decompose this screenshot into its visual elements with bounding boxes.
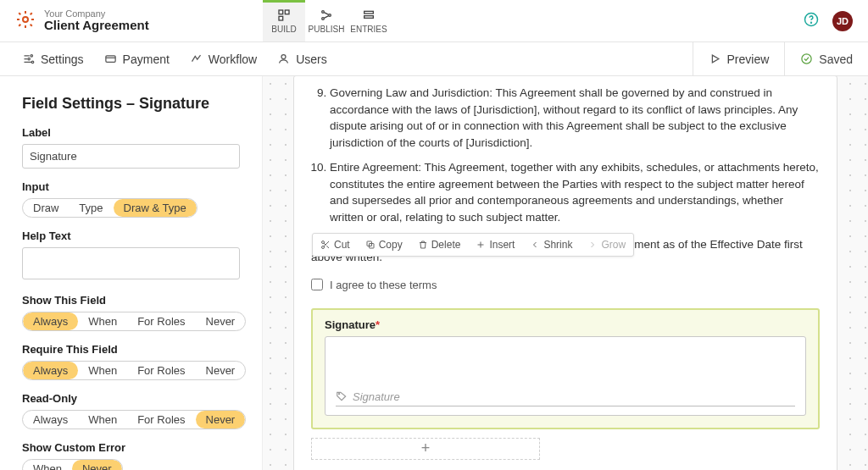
tab-entries[interactable]: ENTRIES <box>348 0 390 41</box>
svg-rect-7 <box>364 11 374 14</box>
readonly-group: Always When For Roles Never <box>22 410 246 429</box>
help-icon[interactable] <box>804 12 819 30</box>
input-mode-drawtype[interactable]: Draw & Type <box>114 199 197 217</box>
requirefield-forroles[interactable]: For Roles <box>127 362 195 379</box>
svg-point-5 <box>329 14 331 16</box>
form-card: Governing Law and Jurisdiction: This Agr… <box>293 76 837 470</box>
sliders-icon <box>22 53 35 65</box>
svg-rect-1 <box>279 10 283 14</box>
clause-9: Governing Law and Jurisdiction: This Agr… <box>330 85 820 151</box>
helptext-input[interactable] <box>22 247 240 279</box>
play-icon <box>709 53 721 65</box>
requirefield-when[interactable]: When <box>78 362 127 379</box>
readonly-when[interactable]: When <box>78 411 127 429</box>
requirefield-heading: Require This Field <box>22 343 240 356</box>
tag-icon <box>336 390 348 402</box>
check-circle-icon <box>800 53 813 65</box>
signature-placeholder: Signature <box>353 390 400 403</box>
tab-entries-label: ENTRIES <box>350 25 387 34</box>
readonly-always[interactable]: Always <box>23 411 78 429</box>
toolbar-copy[interactable]: Copy <box>358 234 410 256</box>
workflow-icon <box>190 53 203 65</box>
label-input[interactable] <box>22 144 240 169</box>
tab-build-label: BUILD <box>271 25 296 34</box>
svg-point-17 <box>322 241 325 244</box>
plus-icon: + <box>421 440 431 457</box>
second-bar: Settings Payment Workflow Users Preview … <box>0 42 868 76</box>
form-canvas: Cut Copy Delete Insert Shrink Grow Gover… <box>263 76 868 470</box>
user-avatar[interactable]: JD <box>832 11 853 31</box>
svg-point-11 <box>31 55 33 58</box>
showfield-forroles[interactable]: For Roles <box>127 312 195 330</box>
showfield-always[interactable]: Always <box>23 312 78 330</box>
toolbar-insert[interactable]: Insert <box>468 234 522 256</box>
tab-build[interactable]: BUILD <box>263 0 305 41</box>
nav-workflow[interactable]: Workflow <box>180 42 267 75</box>
logo-gear-icon <box>15 9 36 33</box>
svg-point-4 <box>322 10 325 13</box>
toolbar-delete[interactable]: Delete <box>410 234 469 256</box>
showfield-never[interactable]: Never <box>196 312 246 330</box>
agree-checkbox[interactable] <box>311 279 323 290</box>
trash-icon <box>418 240 428 250</box>
customerror-heading: Show Custom Error <box>22 441 240 454</box>
add-field-slot[interactable]: + <box>311 438 540 460</box>
svg-rect-3 <box>279 16 283 20</box>
toolbar-grow: Grow <box>580 234 633 256</box>
panel-title: Field Settings – Signature <box>22 95 240 113</box>
svg-point-13 <box>31 61 34 64</box>
input-mode-type[interactable]: Type <box>69 199 113 217</box>
customerror-when[interactable]: When <box>23 460 72 470</box>
signature-name-row[interactable]: Signature <box>336 390 795 406</box>
tab-publish[interactable]: PUBLISH <box>305 0 348 41</box>
input-mode-group: Draw Type Draw & Type <box>22 198 198 218</box>
nav-settings[interactable]: Settings <box>12 42 94 75</box>
field-toolbar: Cut Copy Delete Insert Shrink Grow <box>312 233 634 257</box>
requirefield-group: Always When For Roles Never <box>22 361 246 380</box>
saved-status: Saved <box>784 42 868 75</box>
clause-list: Governing Law and Jurisdiction: This Agr… <box>311 85 820 226</box>
form-title: Client Agreement <box>44 19 149 33</box>
svg-rect-14 <box>105 56 114 63</box>
signature-label: Signature* <box>325 318 806 331</box>
requirefield-always[interactable]: Always <box>23 362 78 379</box>
toolbar-shrink[interactable]: Shrink <box>522 234 580 256</box>
svg-point-6 <box>322 17 325 19</box>
arrow-right-icon <box>587 240 598 250</box>
nav-users[interactable]: Users <box>267 42 337 75</box>
arrow-left-icon <box>530 240 540 250</box>
requirefield-never[interactable]: Never <box>196 362 246 379</box>
svg-point-10 <box>811 22 812 23</box>
tab-publish-label: PUBLISH <box>309 25 345 34</box>
showfield-when[interactable]: When <box>78 312 127 330</box>
customerror-group: When Never <box>22 459 123 470</box>
preview-button[interactable]: Preview <box>693 42 785 75</box>
agree-checkbox-row[interactable]: I agree to these terms <box>311 279 820 291</box>
customerror-never[interactable]: Never <box>72 460 122 470</box>
nav-payment[interactable]: Payment <box>94 42 180 75</box>
helptext-heading: Help Text <box>22 229 240 242</box>
showfield-heading: Show This Field <box>22 294 240 307</box>
input-mode-draw[interactable]: Draw <box>23 199 69 217</box>
top-bar: Your Company Client Agreement BUILD PUBL… <box>0 0 868 42</box>
brand: Your Company Client Agreement <box>0 0 263 41</box>
signature-pad[interactable]: Signature <box>325 336 806 416</box>
plus-icon <box>476 240 486 250</box>
svg-point-18 <box>322 246 325 249</box>
label-heading: Label <box>22 126 240 139</box>
field-settings-panel: Field Settings – Signature Label Input D… <box>0 76 263 470</box>
scissors-icon <box>320 240 331 250</box>
copy-icon <box>365 240 376 250</box>
svg-point-21 <box>339 394 340 395</box>
readonly-forroles[interactable]: For Roles <box>127 411 195 429</box>
primary-tabs: BUILD PUBLISH ENTRIES <box>263 0 390 41</box>
svg-point-15 <box>281 55 286 59</box>
readonly-never[interactable]: Never <box>196 411 246 429</box>
toolbar-cut[interactable]: Cut <box>313 234 358 256</box>
svg-point-16 <box>802 54 811 64</box>
users-icon <box>277 53 290 65</box>
signature-field[interactable]: Signature* Signature <box>311 308 820 429</box>
card-icon <box>104 53 117 65</box>
svg-rect-8 <box>364 15 374 18</box>
showfield-group: Always When For Roles Never <box>22 312 246 331</box>
